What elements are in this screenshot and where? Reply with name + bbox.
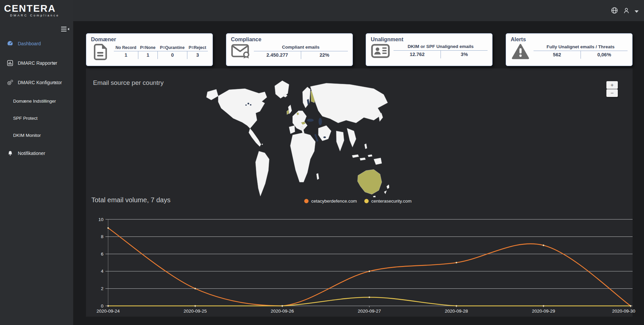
svg-text:2020-09-28: 2020-09-28 [445, 309, 468, 314]
sidebar-item-label: DMARC Rapporter [18, 60, 57, 66]
card-table: Fully Unalignet emails / Threats 562 0,0… [534, 44, 628, 59]
gauge-icon [7, 40, 13, 47]
sidebar-item-dkim-monitor[interactable]: DKIM Monitor [0, 130, 73, 140]
column-header: No Record [114, 45, 138, 51]
column-header: Compliant emails [254, 45, 348, 51]
svg-text:6: 6 [101, 252, 103, 257]
card-table: DKIM or SPF Unaligned emails 12.762 3% [394, 44, 488, 58]
stat-cards: Domæner No Record P=None P=Qurantine P=R… [86, 33, 633, 66]
card-table: No Record P=None P=Qurantine P=Reject 1 … [114, 45, 208, 59]
column-header: P=None [138, 45, 157, 51]
stat-value: 12.762 [394, 50, 441, 58]
warning-triangle-icon [511, 44, 530, 59]
svg-text:8: 8 [101, 234, 103, 239]
bar-chart-icon [7, 60, 13, 66]
top-bar [0, 0, 644, 21]
sidebar-toggle-button[interactable] [61, 26, 69, 32]
sidebar-item-dashboard[interactable]: Dashboard [0, 38, 73, 50]
card-unalignment: Unalignment DKIM or SPF Unaligned emails… [366, 33, 493, 66]
map-zoom-in-button[interactable]: + [606, 81, 618, 89]
card-domaener: Domæner No Record P=None P=Qurantine P=R… [86, 33, 213, 66]
stat-value: 22% [301, 51, 348, 59]
map-zoom-controls: + − [606, 81, 618, 97]
map-zoom-out-button[interactable]: − [606, 89, 618, 97]
legend-label: centerasecurity.com [371, 199, 412, 204]
chart-title: Total email volume, 7 days [91, 196, 171, 204]
stat-value: 1 [138, 51, 157, 59]
stat-value: 1 [114, 51, 138, 59]
sidebar-item-dmarc-rapporter[interactable]: DMARC Rapporter [0, 57, 73, 69]
stat-value: 3% [441, 50, 488, 58]
stat-value: 0 [157, 51, 187, 59]
user-icon[interactable] [623, 7, 630, 15]
legend-label: cetacyberdefence.com [311, 199, 357, 204]
legend-item[interactable]: centerasecurity.com [364, 199, 412, 204]
card-title: Compliance [231, 37, 348, 43]
sidebar-nav: Dashboard DMARC Rapporter [0, 38, 73, 167]
brand-tagline: DMARC Compliance [10, 14, 71, 17]
svg-text:2020-09-27: 2020-09-27 [358, 309, 381, 314]
caret-down-icon[interactable] [635, 10, 639, 13]
document-icon [91, 44, 110, 60]
stat-value: 3 [187, 51, 208, 59]
stat-value: 562 [534, 51, 581, 59]
brand-name: CENTERA [4, 3, 71, 13]
sidebar: CENTERA DMARC Compliance Dashboard [0, 0, 73, 325]
svg-text:2: 2 [101, 286, 103, 291]
card-table: Compliant emails 2.450.277 22% [254, 45, 348, 59]
sidebar-item-spf-protect[interactable]: SPF Protect [0, 113, 73, 123]
envelope-seal-icon [231, 44, 250, 60]
sidebar-item-label: Domæne Indstillinger [13, 99, 56, 104]
world-map[interactable] [199, 70, 389, 197]
sidebar-item-label: DKIM Monitor [13, 133, 41, 138]
legend-dot-orange [304, 199, 309, 203]
stat-value: 0,06% [581, 51, 628, 59]
sidebar-item-label: Notifikationer [18, 151, 45, 156]
svg-text:2020-09-25: 2020-09-25 [184, 309, 207, 314]
card-title: Alerts [511, 37, 628, 43]
main-panel: Email source per country [86, 68, 633, 317]
brand-logo: CENTERA DMARC Compliance [4, 3, 71, 17]
map-title: Email source per country [93, 79, 164, 87]
globe-icon[interactable] [611, 7, 618, 15]
topbar-actions [611, 7, 639, 15]
svg-text:0: 0 [101, 304, 103, 309]
column-header: P=Reject [187, 45, 208, 51]
svg-text:2020-09-29: 2020-09-29 [532, 309, 555, 314]
sidebar-item-dmarc-konfigurator[interactable]: DMARC Konfigurator [0, 76, 73, 89]
sidebar-item-domaene-indstillinger[interactable]: Domæne Indstillinger [0, 96, 73, 106]
column-header: DKIM or SPF Unaligned emails [394, 44, 488, 50]
svg-text:2020-09-24: 2020-09-24 [96, 309, 120, 314]
card-alerts: Alerts Fully Unalignet emails / Threats … [506, 33, 633, 66]
svg-text:2020-09-30: 2020-09-30 [612, 309, 635, 314]
column-header: Fully Unalignet emails / Threats [534, 44, 628, 51]
svg-text:2020-09-26: 2020-09-26 [271, 309, 294, 314]
legend-dot-yellow [364, 199, 369, 203]
gears-icon [7, 79, 13, 86]
id-card-icon [371, 44, 390, 58]
sidebar-item-notifikationer[interactable]: Notifikationer [0, 147, 73, 159]
svg-text:4: 4 [101, 269, 103, 274]
card-title: Domæner [91, 37, 208, 43]
legend-item[interactable]: cetacyberdefence.com [304, 199, 357, 204]
card-title: Unalignment [371, 37, 488, 43]
card-compliance: Compliance Compliant emails 2.450.277 22… [226, 33, 353, 66]
sidebar-item-label: Dashboard [18, 41, 41, 46]
column-header: P=Qurantine [157, 45, 187, 51]
volume-line-chart: 10864202020-09-242020-09-252020-09-26202… [87, 209, 637, 315]
svg-text:10: 10 [98, 217, 103, 222]
stat-value: 2.450.277 [254, 51, 301, 59]
sidebar-item-label: SPF Protect [13, 116, 38, 121]
chart-legend: cetacyberdefence.com centerasecurity.com [304, 199, 412, 204]
bell-icon [7, 150, 13, 157]
